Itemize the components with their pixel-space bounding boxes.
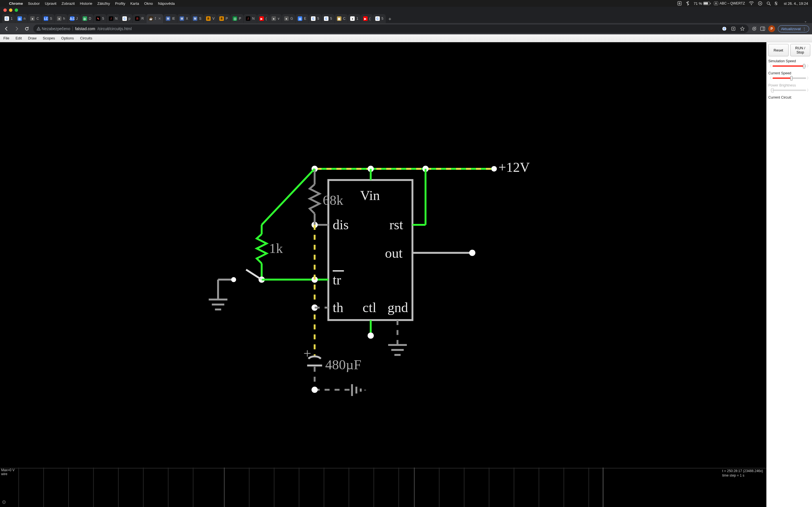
mac-menu-edit[interactable]: Upravit (45, 1, 56, 6)
browser-tab[interactable]: MIE (163, 14, 177, 23)
control-center-icon[interactable] (775, 2, 780, 5)
mac-menu-profiles[interactable]: Profily (115, 1, 125, 6)
sidepanel-icon[interactable] (760, 26, 765, 32)
browser-tab[interactable]: /N (107, 14, 120, 23)
simulation-speed-slider[interactable] (772, 65, 806, 67)
install-app-icon[interactable] (730, 26, 736, 32)
app-menu-circuits[interactable]: Circuits (80, 36, 92, 40)
scope-settings-gear-icon[interactable]: ⚙ (2, 499, 6, 505)
update-button[interactable]: Aktualizovat ⋮ (778, 25, 809, 33)
browser-tab[interactable]: ●G (282, 14, 295, 23)
security-warning: Nezabezpečeno (37, 26, 70, 31)
chevron-left-icon[interactable]: 〈 (768, 76, 772, 80)
browser-tab[interactable]: JLCJ (68, 14, 80, 23)
translate-icon[interactable] (721, 26, 727, 32)
browser-tab[interactable]: ▶( (361, 14, 373, 23)
tab-title: J (76, 17, 78, 20)
browser-tab[interactable]: G5 (322, 14, 335, 23)
menubar-extra-icon[interactable] (677, 1, 682, 6)
address-bar[interactable]: Nezabezpečeno falstad.com/circuit/circui… (33, 24, 749, 33)
browser-tab[interactable]: ●1 (348, 14, 361, 23)
tab-title: N (115, 17, 117, 20)
browser-tab[interactable]: ●C (28, 14, 41, 23)
browser-tab[interactable]: ●h (55, 14, 67, 23)
browser-tab[interactable]: G5 (373, 14, 386, 23)
pin-th: th (333, 300, 343, 315)
tab-title: X (186, 17, 188, 20)
wifi-icon[interactable] (749, 1, 754, 5)
active-app-name[interactable]: Chrome (9, 1, 23, 6)
tab-favicon: ◎ (17, 16, 22, 21)
browser-tab[interactable]: RV (204, 14, 217, 23)
browser-tab[interactable]: MS (191, 14, 204, 23)
window-zoom[interactable] (15, 8, 18, 12)
browser-tab[interactable]: ◎n (15, 14, 28, 23)
chevron-right-icon[interactable]: 〉 (807, 64, 810, 68)
resistor-68k-label: 68k (323, 193, 344, 208)
reload-button[interactable] (23, 25, 31, 33)
chevron-left-icon[interactable]: 〈 (768, 64, 772, 68)
browser-tab[interactable]: ●v (269, 14, 282, 23)
bluetooth-off-icon[interactable] (686, 1, 690, 6)
browser-tab[interactable]: RR (133, 14, 146, 23)
browser-tab[interactable]: G1 (2, 14, 15, 23)
menubar-clock[interactable]: st 26. 4., 19:24 (784, 1, 808, 6)
mac-menu-tab[interactable]: Karta (130, 1, 139, 6)
battery-indicator[interactable]: 71 % (694, 1, 710, 6)
tab-title: IE (172, 17, 175, 20)
browser-tab[interactable]: ▶( (257, 14, 269, 23)
scope-time-info: t = 250:28:17 (23488.246x) time step = 1… (722, 469, 763, 478)
app-menu-options[interactable]: Options (61, 36, 74, 40)
browser-tab[interactable]: LCS (42, 14, 54, 23)
app-menu-file[interactable]: File (3, 36, 9, 40)
forward-button[interactable] (13, 25, 20, 33)
browser-tab[interactable]: ◫P (231, 14, 243, 23)
mac-menu-help[interactable]: Nápověda (158, 1, 174, 6)
bookmark-star-icon[interactable] (740, 26, 745, 32)
profile-avatar[interactable]: P (768, 25, 775, 32)
app-menu-edit[interactable]: Edit (15, 36, 22, 40)
svg-rect-16 (760, 27, 765, 31)
scope-axis-label: Max=0 V wire (1, 468, 15, 476)
tab-title: 1 (11, 17, 13, 20)
browser-tab[interactable]: RP (217, 14, 230, 23)
browser-tab[interactable]: ▦C (335, 14, 348, 23)
keyboard-layout-indicator[interactable]: A ABC – QWERTZ (714, 1, 745, 5)
mac-menu-file[interactable]: Soubor (28, 1, 40, 6)
app-menu-scopes[interactable]: Scopes (43, 36, 55, 40)
browser-tab[interactable]: ◎E (296, 14, 308, 23)
tab-list-caret-icon[interactable]: ⌄ (804, 19, 807, 23)
run-stop-button[interactable]: RUN / Stop (790, 44, 811, 56)
spotlight-icon[interactable] (766, 1, 771, 6)
browser-tab[interactable]: G5 (309, 14, 321, 23)
mac-menu-view[interactable]: Zobrazit (61, 1, 75, 6)
browser-tab[interactable]: ☕5✕ (146, 14, 163, 23)
tab-favicon: M (193, 16, 197, 21)
mac-menu-window[interactable]: Okno (144, 1, 153, 6)
window-close[interactable] (3, 8, 7, 12)
screen-mirroring-icon[interactable] (758, 1, 762, 6)
browser-tab[interactable]: MX (177, 14, 190, 23)
current-speed-slider[interactable] (772, 77, 806, 79)
app-menu-draw[interactable]: Draw (28, 36, 36, 40)
tab-title: 5 (155, 17, 156, 20)
supply-label: +12V (499, 160, 530, 175)
reset-button[interactable]: Reset (768, 44, 789, 56)
browser-tab[interactable]: ✎5 (94, 14, 106, 23)
circuit-canvas[interactable]: +12V Vin rst dis (0, 42, 766, 507)
mac-menu-bookmarks[interactable]: Záložky (97, 1, 110, 6)
tab-title: N (252, 17, 255, 20)
back-button[interactable] (3, 25, 10, 33)
oscilloscope[interactable]: Max=0 V wire t = 250:28:17 (23488.246x) … (0, 467, 766, 507)
browser-tab[interactable]: /N (244, 14, 257, 23)
mac-menu-history[interactable]: Historie (80, 1, 92, 6)
close-icon[interactable]: ✕ (158, 17, 161, 20)
window-minimize[interactable] (9, 8, 12, 12)
browser-tab[interactable]: Gp (120, 14, 133, 23)
tab-strip: G1◎n●CLCS●hJLCJ◎D✎5/NGpRR☕5✕MIEMXMSRVRP◫… (0, 13, 812, 23)
tab-favicon: ● (284, 16, 289, 21)
browser-tab[interactable]: ◎D (80, 14, 94, 23)
new-tab-button[interactable]: + (386, 15, 394, 23)
extensions-cast-icon[interactable] (751, 26, 757, 32)
chevron-right-icon[interactable]: 〉 (807, 76, 810, 80)
